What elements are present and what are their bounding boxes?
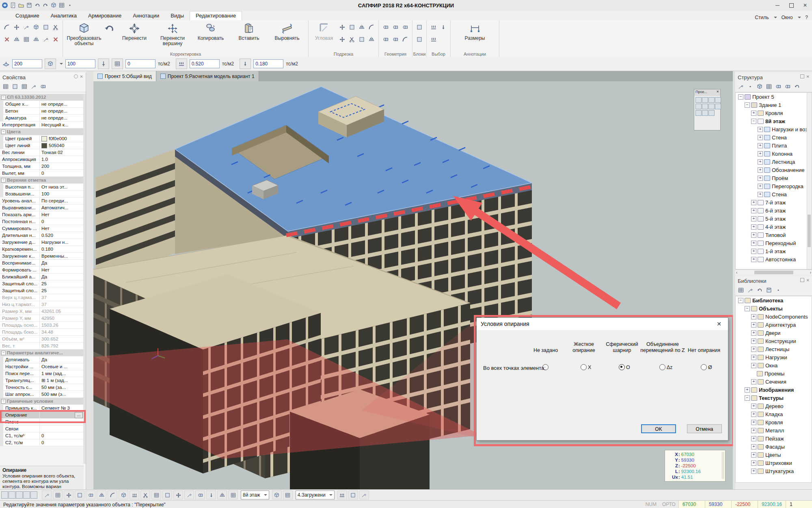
structure-node[interactable]: +Переходный — [736, 239, 812, 247]
property-row[interactable]: Защитный сло...25 — [0, 287, 84, 294]
scissors-button[interactable] — [52, 24, 59, 32]
loadcase-select[interactable]: 4.Загружени — [296, 491, 335, 499]
expand-icon[interactable]: + — [751, 314, 756, 319]
bottom-tool-8[interactable] — [119, 491, 128, 499]
property-group[interactable]: −СП 63.13330.2012 — [0, 94, 84, 101]
structure-node[interactable]: +Лестница — [736, 158, 812, 166]
copy-button[interactable]: Копировать — [192, 22, 230, 50]
property-row[interactable]: Верх ц.т.арма...37 — [0, 294, 84, 301]
expand-icon[interactable]: + — [751, 216, 756, 221]
paste-button[interactable]: Вставить — [230, 22, 268, 50]
node-edit-button[interactable] — [23, 24, 30, 32]
rotate-button[interactable] — [103, 22, 115, 50]
check-button[interactable] — [747, 287, 754, 295]
property-row[interactable]: Цвет гранейf0f0e000 — [0, 135, 84, 142]
bottom-tool-14[interactable] — [184, 491, 194, 499]
align-button[interactable]: Выровнять — [268, 22, 306, 50]
property-row[interactable]: Площадь осно...1503.26 — [0, 322, 84, 329]
properties-scrollbar[interactable] — [83, 94, 86, 464]
property-row[interactable]: Триангуляц...⊞ 1 м (зад... — [0, 377, 84, 384]
arc-tool-button[interactable] — [4, 24, 10, 32]
expand-icon[interactable]: + — [758, 184, 763, 189]
library-node[interactable]: +Нагрузки — [736, 353, 812, 361]
bottom-tool-15[interactable] — [195, 491, 205, 499]
bottom-tool-18[interactable] — [228, 491, 238, 499]
property-row[interactable]: Толщина, мм200 — [0, 163, 84, 170]
viewport-tab-1[interactable]: Проект 5:Общий вид — [93, 71, 156, 81]
library-node[interactable]: +Цветы — [736, 451, 812, 459]
collapse-icon[interactable]: − — [1, 351, 6, 355]
expand-icon[interactable]: + — [751, 420, 756, 425]
property-row[interactable]: Кратковремен...0.180 — [0, 246, 84, 253]
transform-objects-button[interactable]: Преобразовать объекты — [65, 22, 103, 50]
dialog-close-icon[interactable]: ✕ — [714, 321, 724, 327]
subtract-button[interactable] — [402, 24, 408, 32]
search-button[interactable] — [40, 83, 46, 91]
region-tool-button[interactable] — [43, 24, 49, 32]
expand-icon[interactable]: + — [758, 159, 763, 165]
plus-trim-button[interactable] — [339, 36, 346, 44]
palette-icon-8[interactable] — [715, 104, 721, 109]
property-row[interactable]: ДотягиватьДа — [0, 356, 84, 363]
bottom-tool-extra-2[interactable] — [283, 491, 293, 499]
picker-tool-button[interactable] — [43, 36, 49, 44]
expand-icon[interactable]: + — [758, 176, 763, 181]
property-row[interactable]: Защитный сло...25 — [0, 280, 84, 287]
scroll-left-icon[interactable]: ‹ — [736, 270, 737, 275]
property-row[interactable]: Объём, м³300.652 — [0, 336, 84, 343]
property-row[interactable]: Цвет линий505040 — [0, 142, 84, 149]
knife-tool-button[interactable] — [4, 36, 10, 44]
library-node[interactable]: +Фасады — [736, 443, 812, 451]
expand-icon[interactable]: + — [758, 143, 763, 148]
structure-vscrollbar[interactable] — [807, 93, 812, 269]
param-input-12[interactable] — [253, 59, 283, 68]
menu-tab-5[interactable]: Виды — [165, 11, 190, 20]
library-node[interactable]: +Дерево — [736, 402, 812, 410]
bottom-tool-6[interactable] — [97, 491, 106, 499]
property-group[interactable]: −Параметры аналитиче... — [0, 350, 84, 356]
collapse-icon[interactable]: − — [738, 298, 743, 303]
bottom-tool-extra-1[interactable] — [272, 491, 282, 499]
library-node[interactable]: +Кровля — [736, 418, 812, 426]
menu-tab-2[interactable]: Аналитика — [45, 11, 82, 20]
property-row[interactable]: Аппроксимация1.0 — [0, 156, 84, 163]
library-node[interactable]: +Конструкции — [736, 337, 812, 345]
library-node[interactable]: +Кладка — [736, 410, 812, 418]
expand-icon[interactable]: + — [751, 322, 756, 328]
expand-icon[interactable]: + — [751, 436, 756, 441]
expand-all-button[interactable] — [2, 83, 9, 91]
expand-icon[interactable]: + — [751, 200, 756, 205]
property-row[interactable]: Общие х...не опреде... — [0, 101, 84, 108]
library-node[interactable]: +Изображения — [736, 386, 812, 394]
collapse-all-button[interactable] — [12, 83, 18, 91]
property-row[interactable]: Плечо — [0, 419, 84, 426]
array-tool-button[interactable] — [23, 36, 30, 44]
expand-icon[interactable]: + — [751, 232, 756, 238]
bottom-tool-after-1[interactable] — [337, 491, 347, 499]
collapse-icon[interactable]: − — [1, 130, 6, 134]
structure-node[interactable]: +Стена — [736, 133, 812, 141]
expand-icon[interactable]: + — [751, 355, 756, 360]
collapse-icon[interactable]: − — [745, 102, 750, 108]
radio-button[interactable] — [659, 364, 665, 370]
property-row[interactable]: Примыкать к...Сегмент № 3 — [0, 405, 84, 412]
filter-button[interactable] — [738, 83, 744, 91]
bottom-tool-12[interactable] — [162, 491, 172, 499]
expand-icon[interactable]: + — [758, 127, 763, 132]
param-input-1[interactable] — [12, 59, 42, 68]
structure-hscrollbar[interactable]: ‹ › — [735, 269, 812, 275]
property-row[interactable]: Постоянная н...0 — [0, 218, 84, 225]
explode-block-button[interactable] — [416, 36, 423, 44]
structure-node[interactable]: +6-й этаж — [736, 206, 812, 215]
dimensions-button[interactable]: Размеры — [456, 22, 494, 50]
property-row[interactable]: Выравнивани...Автоматич... — [0, 204, 84, 211]
stretch-tool-button[interactable] — [13, 24, 20, 32]
check-button[interactable] — [30, 83, 37, 91]
library-node[interactable]: +Двери — [736, 329, 812, 337]
property-row[interactable]: Суммировать ...Нет — [0, 225, 84, 232]
property-row[interactable]: Высотная п...От низа эт... — [0, 184, 84, 191]
refresh-button[interactable] — [756, 287, 763, 295]
move-vertex-button[interactable]: Перенести вершину — [153, 22, 192, 50]
property-row[interactable]: Воспринимае...Да — [0, 260, 84, 267]
collapse-icon[interactable]: − — [1, 399, 6, 404]
